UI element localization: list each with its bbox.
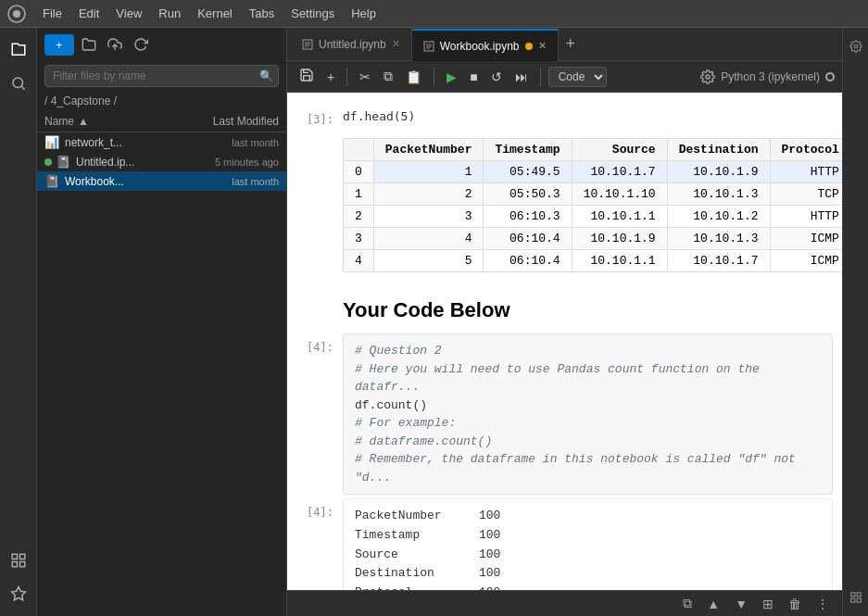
- cell-number-empty: [287, 283, 343, 330]
- tab-close-button[interactable]: ✕: [538, 40, 547, 52]
- file-item-untitled[interactable]: 📓 Untitled.ip... 5 minutes ago: [37, 152, 286, 171]
- svg-rect-4: [12, 554, 17, 559]
- svg-rect-6: [12, 562, 17, 567]
- new-file-button[interactable]: + +: [44, 34, 74, 56]
- file-item-workbook[interactable]: 📓 Workbook... last month: [37, 171, 286, 191]
- menu-help[interactable]: Help: [344, 4, 384, 23]
- insert-button[interactable]: ⊞: [759, 595, 777, 613]
- cell-number-4: [4]:: [287, 333, 343, 495]
- cell-dest: 10.10.1.2: [667, 206, 770, 228]
- move-down-button[interactable]: ▼: [731, 595, 751, 613]
- cut-button[interactable]: ✂: [355, 67, 375, 87]
- kernel-status-circle: [825, 72, 835, 82]
- cell-content-output: PacketNumber 100 Timestamp 100 Source 10…: [343, 498, 833, 590]
- column-modified: Last Modified: [177, 115, 279, 128]
- cell-content-code: # Question 2 # Here you will need to use…: [343, 333, 833, 495]
- menu-tabs[interactable]: Tabs: [242, 4, 282, 23]
- tab-untitled[interactable]: Untitled.ipynb ✕: [291, 28, 412, 61]
- paste-button[interactable]: 📋: [401, 67, 426, 87]
- restart-button[interactable]: ↺: [486, 67, 507, 87]
- app-logo: [7, 5, 26, 23]
- col-header-index: [344, 139, 374, 161]
- menu-view[interactable]: View: [108, 4, 149, 23]
- cell-timestamp: 05:49.5: [484, 161, 572, 183]
- cell-dest: 10.10.1.7: [667, 250, 770, 272]
- menu-run[interactable]: Run: [151, 4, 188, 23]
- section-heading: Your Code Below: [343, 283, 833, 330]
- head-call: df.head(5): [343, 106, 842, 131]
- cell-type-select[interactable]: Code: [548, 67, 607, 87]
- file-name: network_t...: [65, 136, 177, 149]
- file-item-network[interactable]: 📊 network_t... last month: [37, 132, 286, 152]
- col-header-timestamp: Timestamp: [484, 139, 572, 161]
- output-block: PacketNumber 100 Timestamp 100 Source 10…: [343, 498, 833, 590]
- svg-marker-8: [11, 587, 25, 600]
- right-extensions-icon[interactable]: [845, 586, 867, 609]
- cell-source: 10.10.1.10: [572, 183, 667, 206]
- kernel-name: Python 3 (ipykernel): [721, 70, 820, 83]
- tab-close-button[interactable]: ✕: [392, 38, 400, 50]
- output-row-4: Protocol 100: [355, 584, 821, 590]
- cell-protocol: HTTP: [770, 161, 842, 183]
- copy-cells-button[interactable]: ⧉: [679, 594, 696, 613]
- cell-source: 10.10.1.1: [572, 250, 667, 272]
- settings-icon[interactable]: [700, 69, 715, 84]
- cell-index: 0: [344, 161, 374, 183]
- table-row: 1 2 05:50.3 10.10.1.10 10.10.1.3 TCP: [344, 183, 843, 206]
- plus-icon: +: [56, 38, 63, 52]
- output-row-1: Timestamp 100: [355, 526, 821, 546]
- file-list: 📊 network_t... last month 📓 Untitled.ip.…: [37, 132, 286, 616]
- search-icon-btn[interactable]: [4, 69, 33, 98]
- interrupt-button[interactable]: ■: [465, 67, 482, 87]
- copy-button[interactable]: ⧉: [379, 66, 397, 87]
- delete-button[interactable]: 🗑: [785, 595, 805, 613]
- move-up-button[interactable]: ▲: [703, 595, 723, 613]
- notebook-content: [3]: df.head(5) PacketNumber Timestamp S…: [287, 93, 842, 590]
- right-settings-icon[interactable]: [845, 35, 867, 57]
- column-name[interactable]: Name ▲: [44, 115, 177, 128]
- output-value: 100: [479, 584, 500, 590]
- cell-source: 10.10.1.9: [572, 228, 667, 250]
- add-cell-button[interactable]: +: [322, 67, 339, 87]
- cell-protocol: ICMP: [770, 228, 842, 250]
- open-folder-button[interactable]: [78, 33, 100, 56]
- menu-kernel[interactable]: Kernel: [190, 4, 240, 23]
- extensions-icon-btn[interactable]: [4, 546, 33, 575]
- col-header-source: Source: [572, 139, 667, 161]
- toolbar-separator-2: [434, 68, 434, 86]
- menu-edit[interactable]: Edit: [71, 4, 107, 23]
- menu-settings[interactable]: Settings: [283, 4, 342, 23]
- more-button[interactable]: ⋮: [812, 595, 833, 613]
- cell-source: 10.10.1.7: [572, 161, 667, 183]
- output-label: Destination: [355, 564, 475, 584]
- search-input[interactable]: [44, 65, 279, 87]
- files-icon-btn[interactable]: [4, 35, 33, 65]
- cell-dest: 10.10.1.9: [667, 161, 770, 183]
- cell-section-heading: Your Code Below: [287, 283, 842, 330]
- table-row: 0 1 05:49.5 10.10.1.7 10.10.1.9 HTTP: [344, 161, 843, 183]
- code-editor[interactable]: # Question 2 # Here you will need to use…: [343, 333, 833, 495]
- cell-output-4: [4]: PacketNumber 100 Timestamp 100 Sour…: [287, 498, 842, 590]
- cell-packetnum: 5: [373, 250, 484, 272]
- fast-forward-button[interactable]: ⏭: [510, 67, 533, 87]
- cell-content-3: df.head(5) PacketNumber Timestamp Source…: [343, 106, 842, 280]
- refresh-button[interactable]: [130, 33, 152, 56]
- svg-rect-22: [850, 598, 854, 602]
- cell-packetnum: 3: [373, 206, 484, 228]
- cell-head: [3]: df.head(5) PacketNumber Timestamp S…: [287, 106, 842, 280]
- save-button[interactable]: [295, 65, 319, 88]
- new-tab-button[interactable]: +: [559, 34, 584, 54]
- file-browser-panel: + + 🔍 / 4_Capstone /: [37, 28, 287, 616]
- cell-code-4: [4]: # Question 2 # Here you will need t…: [287, 333, 842, 495]
- run-button[interactable]: ▶: [442, 67, 461, 87]
- upload-button[interactable]: [104, 33, 126, 56]
- output-row-0: PacketNumber 100: [355, 507, 821, 526]
- cell-index: 1: [344, 183, 374, 206]
- cell-number-3: [3]:: [287, 106, 343, 280]
- debug-icon-btn[interactable]: [4, 579, 33, 609]
- output-value: 100: [479, 546, 500, 565]
- tab-workbook[interactable]: Workbook.ipynb ✕: [412, 29, 559, 62]
- code-line-6: # Remember, the dataframe in this notebo…: [355, 450, 821, 486]
- menu-file[interactable]: File: [35, 4, 69, 23]
- svg-line-3: [21, 86, 24, 89]
